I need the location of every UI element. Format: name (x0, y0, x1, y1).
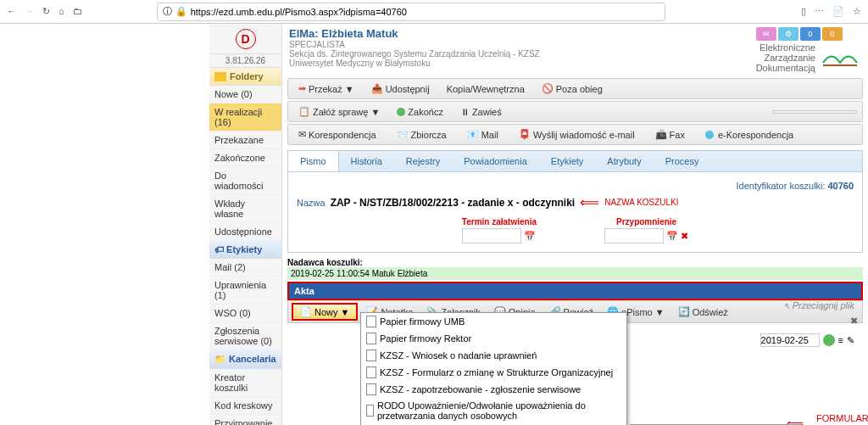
side-mail[interactable]: Mail (2) (209, 259, 281, 277)
lock-icon: 🔒 (175, 6, 187, 17)
side-upraw[interactable]: Uprawnienia (1) (209, 277, 281, 305)
dd-item-3[interactable]: KZSZ - Formularz o zmianę w Strukturze O… (361, 364, 626, 381)
user-name: ElMa: Elżbieta Matuk (289, 27, 756, 40)
side-przyjm[interactable]: Przyjmowanie kopert (209, 415, 281, 425)
badge-1[interactable]: ✉ (756, 27, 776, 41)
svg-rect-0 (823, 64, 857, 66)
side-wrealizacji[interactable]: W realizacji (16) (209, 103, 281, 131)
tab-powiad[interactable]: Powiadomienia (452, 151, 539, 171)
przyp-input[interactable] (604, 228, 664, 243)
folder-icon[interactable]: 🗀 (73, 6, 82, 17)
side-przekazane[interactable]: Przekazane (209, 131, 281, 149)
badge-2[interactable]: ⚙ (778, 27, 798, 41)
dd-item-4[interactable]: KZSZ - zapotrzebowanie - zgłoszenie serw… (361, 381, 626, 398)
etykiety-header[interactable]: 🏷 Etykiety (209, 241, 281, 259)
user-dept: Sekcja ds. Zintegrowanego Systemu Zarząd… (289, 49, 756, 59)
tab-historia[interactable]: Historia (339, 151, 394, 171)
nazwa-value: ZAP - N/ST/ZB/18/002/2213 - zadanie x - … (331, 197, 576, 209)
side-udost[interactable]: Udostępnione (209, 223, 281, 241)
badge-4[interactable]: 0 (822, 27, 843, 41)
przekaz-button[interactable]: ➡Przekaż ▼ (293, 81, 359, 96)
nowy-dropdown: Papier firmowy UMB Papier firmowy Rektor… (360, 312, 627, 425)
side-dowiad[interactable]: Do wiadomości (209, 167, 281, 195)
drag-hint: ↖ Przeciągnij plik (783, 300, 854, 310)
tab-etykiety[interactable]: Etykiety (539, 151, 596, 171)
wyslij-button[interactable]: 📮 Wyślij wiadomość e-mail (514, 127, 642, 142)
dd-item-0[interactable]: Papier firmowy UMB (361, 313, 626, 330)
reader-icon[interactable]: 📄 (832, 6, 844, 17)
nadawca-value: 2019-02-25 11:00:54 Matuk Elżbieta (287, 267, 863, 280)
url-bar[interactable]: ⓘ 🔒 https://ezd.umb.edu.pl/Pismo3.aspx?i… (157, 3, 665, 21)
reload-icon[interactable]: ↻ (42, 6, 50, 17)
fax-button[interactable]: 📠 Fax (650, 127, 692, 142)
arrow-icon: ⟸ (580, 194, 599, 210)
ekoresp-button[interactable]: e-Korespondencja (700, 128, 800, 142)
side-nowe[interactable]: Nowe (0) (209, 86, 281, 103)
dd-item-1[interactable]: Papier firmowy Rektor (361, 330, 626, 347)
dd-item-2[interactable]: KZSZ - Wniosek o nadanie uprawnień (361, 347, 626, 364)
forward-icon[interactable]: → (25, 6, 34, 17)
menu-icon[interactable]: ⋯ (815, 6, 824, 17)
nazwa-label: Nazwa (297, 198, 326, 208)
akta-header: Akta (287, 282, 863, 300)
zaloz-button[interactable]: 📋 Załóż sprawę ▼ (293, 104, 385, 119)
progress-bar (772, 110, 857, 114)
nadawca-label: Nadawca koszulki: (287, 258, 863, 267)
row-date-input[interactable] (760, 333, 820, 347)
koresp-button[interactable]: ✉ Korespondencja (293, 127, 383, 142)
udostepnij-button[interactable]: 📤 Udostępnij (366, 81, 435, 96)
nowy-button[interactable]: 📄 Nowy ▼ (292, 303, 358, 321)
zakoncz-button[interactable]: Zakończ (392, 105, 448, 119)
zawies-button[interactable]: ⏸ Zawieś (455, 105, 507, 119)
tab-pismo[interactable]: Pismo (288, 151, 339, 171)
odswiez-button[interactable]: 🔄 Odśwież (673, 305, 733, 319)
tab-procesy[interactable]: Procesy (654, 151, 711, 171)
red-note: FORMULARZ ZAPOTRZEBOWANIA DOWYPEŁNIENIA … (816, 413, 868, 425)
close-icon[interactable]: ✖ (850, 316, 858, 327)
side-kreator[interactable]: Kreator koszulki (209, 369, 281, 397)
tab-rejestry[interactable]: Rejestry (394, 151, 452, 171)
poza-button[interactable]: 🚫 Poza obieg (537, 81, 608, 96)
user-role: SPECJALISTA (289, 40, 756, 49)
home-icon[interactable]: ⌂ (58, 6, 64, 17)
side-wso[interactable]: WSO (0) (209, 305, 281, 322)
doc-id: 40760 (827, 181, 854, 191)
przyp-label: Przypomnienie (604, 217, 688, 226)
clear-icon[interactable]: ✖ (681, 231, 688, 241)
mail-button[interactable]: 📧 Mail (462, 127, 505, 142)
kopia-button[interactable]: Kopia/Wewnętrzna (442, 82, 530, 96)
side-kod[interactable]: Kod kreskowy (209, 397, 281, 415)
kancelaria-header[interactable]: 📁 Kancelaria (209, 350, 281, 369)
app-logo: D (236, 29, 256, 49)
tab-atrybuty[interactable]: Atrybuty (595, 151, 653, 171)
menu-icon-small[interactable]: ≡ (838, 335, 843, 345)
info-icon: ⓘ (163, 5, 172, 18)
badge-3[interactable]: 0 (800, 27, 821, 41)
back-icon[interactable]: ← (7, 6, 16, 17)
zbiorcza-button[interactable]: 📨 Zbiorcza (392, 127, 453, 142)
edit-icon[interactable]: ✎ (847, 335, 854, 346)
dd-item-5[interactable]: RODO Upoważnienie/Odwołanie upoważnienia… (361, 398, 626, 423)
org-logo (819, 46, 861, 70)
star-icon[interactable]: ☆ (853, 6, 861, 17)
side-wklady[interactable]: Wkłady własne (209, 195, 281, 223)
termin-input[interactable] (462, 228, 521, 243)
foldery-header[interactable]: Foldery (209, 68, 281, 86)
pocket-icon[interactable]: ▯ (801, 6, 806, 17)
status-icon[interactable] (823, 334, 835, 346)
side-zglosz[interactable]: Zgłoszenia serwisowe (0) (209, 322, 281, 350)
nazwa-note: NAZWA KOSZULKI (604, 198, 678, 207)
url-text: https://ezd.umb.edu.pl/Pismo3.aspx?idpis… (191, 7, 407, 17)
side-zakonczone[interactable]: Zakończone (209, 149, 281, 167)
user-uni: Uniwersytet Medyczny w Białymstoku (289, 59, 756, 68)
termin-label: Termin załatwienia (462, 217, 537, 226)
version: 3.81.26.26 (209, 54, 281, 68)
